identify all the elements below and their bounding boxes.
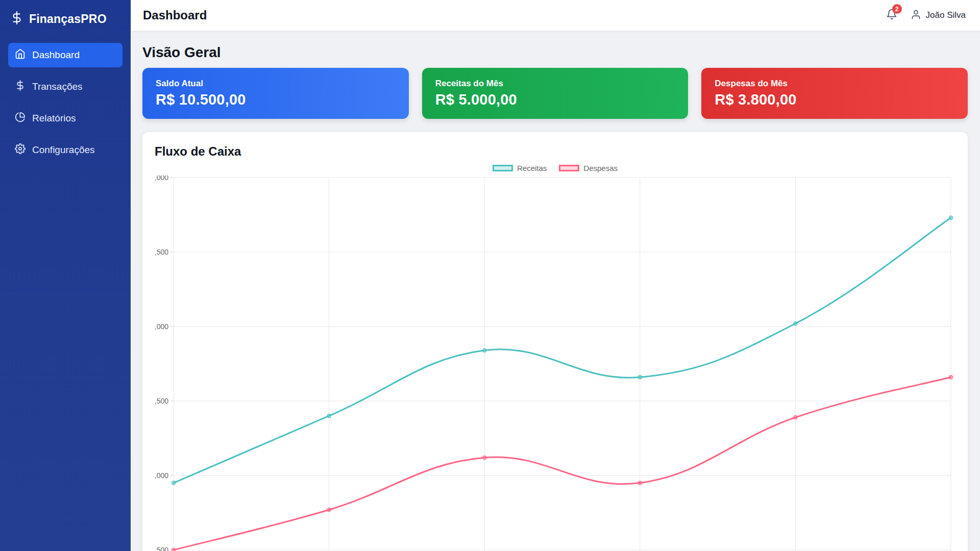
stat-card-despesas: Despesas do Mês R$ 3.800,00: [701, 68, 968, 119]
top-header: Dashboard 2 João Silva: [131, 0, 980, 31]
stat-card-saldo-atual: Saldo Atual R$ 10.500,00: [142, 68, 409, 119]
svg-text:4,000: 4,000: [155, 322, 168, 331]
svg-text:5,000: 5,000: [155, 176, 168, 182]
app-name: FinançasPRO: [29, 12, 107, 26]
user-menu[interactable]: João Silva: [911, 9, 966, 22]
app-logo: FinançasPRO: [8, 8, 122, 28]
sidebar: FinançasPRO Dashboard Transações Relatór…: [0, 0, 131, 551]
pie-chart-icon: [15, 112, 26, 125]
sidebar-item-dashboard[interactable]: Dashboard: [8, 43, 122, 67]
legend-item-despesas[interactable]: Despesas: [559, 164, 618, 172]
legend-swatch-receitas: [493, 165, 513, 171]
notifications-button[interactable]: 2: [886, 9, 897, 22]
stat-label: Saldo Atual: [156, 79, 396, 89]
stat-value: R$ 3.800,00: [715, 91, 954, 108]
main-column: Dashboard 2 João Silva Visão Geral: [131, 0, 980, 551]
chart-card: Fluxo de Caixa Receitas Despesas 5,0004,…: [142, 132, 968, 551]
stat-label: Receitas do Mês: [435, 79, 675, 89]
svg-text:3,000: 3,000: [155, 471, 168, 480]
legend-label: Despesas: [583, 164, 618, 172]
chart-legend: Receitas Despesas: [155, 164, 955, 172]
svg-text:2,500: 2,500: [155, 546, 168, 551]
legend-swatch-despesas: [559, 165, 579, 171]
sidebar-item-transacoes[interactable]: Transações: [8, 74, 122, 99]
legend-label: Receitas: [517, 164, 547, 172]
app-root: FinançasPRO Dashboard Transações Relatór…: [0, 0, 980, 551]
section-title: Visão Geral: [142, 44, 968, 61]
sidebar-item-relatorios[interactable]: Relatórios: [8, 106, 122, 131]
stat-value: R$ 10.500,00: [156, 91, 396, 108]
svg-text:4,500: 4,500: [155, 248, 168, 256]
nav-label: Dashboard: [32, 49, 80, 61]
user-icon: [911, 9, 921, 22]
home-icon: [15, 48, 26, 62]
nav-label: Configurações: [32, 144, 95, 156]
dollar-icon: [15, 80, 26, 93]
user-name: João Silva: [926, 10, 966, 20]
page-title: Dashboard: [143, 8, 207, 22]
notification-badge: 2: [892, 4, 902, 14]
legend-item-receitas[interactable]: Receitas: [493, 164, 547, 172]
stat-value: R$ 5.000,00: [435, 91, 675, 108]
sidebar-item-configuracoes[interactable]: Configurações: [8, 138, 122, 162]
stat-label: Despesas do Mês: [715, 79, 954, 89]
dollar-logo-icon: [10, 11, 23, 27]
nav-label: Transações: [32, 81, 83, 92]
svg-text:3,500: 3,500: [155, 397, 168, 405]
header-actions: 2 João Silva: [886, 9, 966, 22]
chart-title: Fluxo de Caixa: [155, 144, 955, 159]
gear-icon: [15, 143, 26, 157]
line-chart: 5,0004,5004,0003,5003,0002,500: [155, 176, 955, 551]
main-content: Visão Geral Saldo Atual R$ 10.500,00 Rec…: [131, 31, 980, 551]
stat-cards: Saldo Atual R$ 10.500,00 Receitas do Mês…: [142, 68, 968, 119]
sidebar-nav: Dashboard Transações Relatórios Configur…: [8, 43, 122, 162]
stat-card-receitas: Receitas do Mês R$ 5.000,00: [422, 68, 689, 119]
nav-label: Relatórios: [32, 113, 76, 124]
